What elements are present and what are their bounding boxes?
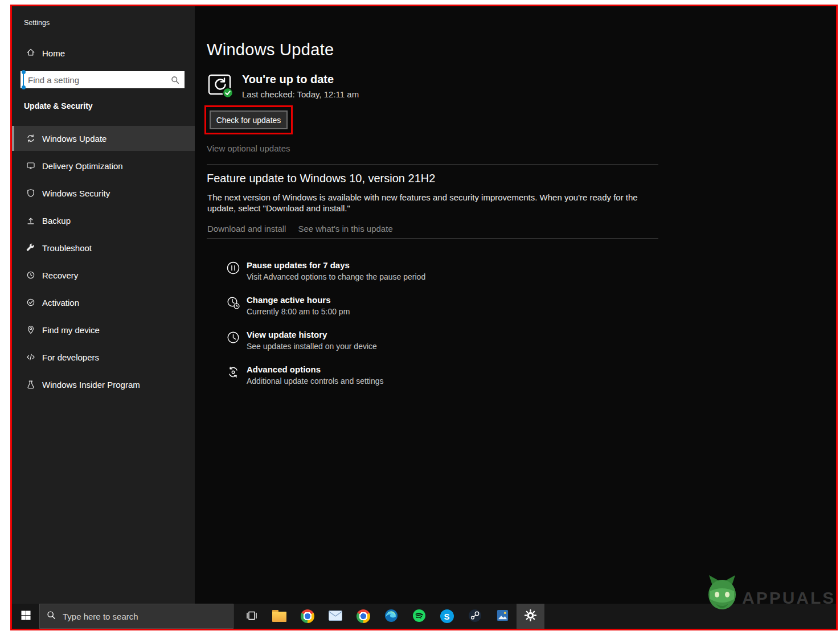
action-subtitle: Visit Advanced options to change the pau…	[247, 272, 425, 281]
settings-search-input[interactable]	[21, 75, 171, 85]
see-whats-in-this-update-link[interactable]: See what's in this update	[298, 224, 392, 234]
sidebar-item-troubleshoot[interactable]: Troubleshoot	[12, 235, 195, 260]
view-optional-updates-link[interactable]: View optional updates	[207, 144, 290, 153]
spotify-icon	[412, 609, 426, 624]
sidebar-item-label: Find my device	[42, 325, 100, 335]
sidebar-item-windows-security[interactable]: Windows Security	[12, 181, 195, 206]
sidebar-item-label: Delivery Optimization	[42, 161, 123, 171]
sidebar-item-for-developers[interactable]: For developers	[12, 345, 195, 370]
taskbar-photos-button[interactable]	[489, 604, 517, 629]
sidebar-item-find-my-device[interactable]: Find my device	[12, 317, 195, 342]
taskbar-search-input[interactable]	[62, 611, 233, 622]
advanced-options-row[interactable]: Advanced options Additional update contr…	[227, 364, 384, 386]
delivery-icon	[26, 161, 35, 170]
main-content: Windows Update You're up to date Last ch…	[195, 6, 836, 604]
action-title: Change active hours	[247, 295, 350, 305]
action-subtitle: See updates installed on your device	[247, 342, 377, 351]
sidebar-item-home[interactable]: Home	[21, 43, 191, 63]
gear-icon	[524, 609, 537, 624]
search-icon	[47, 611, 56, 622]
active-hours-icon	[227, 296, 240, 316]
sidebar-item-windows-insider-program[interactable]: Windows Insider Program	[12, 372, 195, 397]
feature-update-title: Feature update to Windows 10, version 21…	[207, 172, 435, 185]
change-active-hours-row[interactable]: Change active hours Currently 8:00 am to…	[227, 295, 350, 316]
pause-updates-row[interactable]: Pause updates for 7 days Visit Advanced …	[227, 260, 425, 281]
settings-search-box[interactable]	[21, 71, 185, 88]
sidebar-item-label: Troubleshoot	[42, 243, 92, 253]
taskbar-chrome2-button[interactable]	[349, 604, 377, 629]
sidebar-item-label: For developers	[42, 353, 99, 362]
taskbar-settings-button[interactable]	[517, 604, 544, 629]
sidebar-nav: Windows Update Delivery Optimization Win…	[12, 126, 195, 399]
taskbar-file-explorer-button[interactable]	[265, 604, 293, 629]
sidebar-item-label: Windows Security	[42, 189, 110, 198]
sidebar-item-recovery[interactable]: Recovery	[12, 263, 195, 288]
taskbar-search-box[interactable]	[39, 604, 233, 629]
skype-icon: S	[440, 609, 454, 623]
home-label: Home	[42, 48, 65, 58]
sidebar-item-label: Windows Insider Program	[42, 380, 140, 390]
pause-icon	[227, 261, 240, 281]
taskbar-edge-button[interactable]	[377, 604, 405, 629]
section-title: Update & Security	[24, 101, 93, 110]
task-view-icon	[246, 610, 257, 623]
action-subtitle: Currently 8:00 am to 5:00 pm	[247, 307, 350, 316]
sidebar-item-label: Backup	[42, 216, 71, 226]
window-inner: Settings Home Update & Security Windows …	[12, 6, 836, 629]
mail-icon	[329, 611, 342, 622]
chrome-icon	[357, 609, 370, 623]
sidebar-item-label: Windows Update	[42, 134, 106, 144]
taskbar-chrome-button[interactable]	[293, 604, 321, 629]
sidebar-item-label: Activation	[42, 298, 79, 308]
status-subtitle: Last checked: Today, 12:11 am	[242, 89, 359, 99]
sidebar-item-backup[interactable]: Backup	[12, 208, 195, 233]
edge-icon	[384, 609, 398, 624]
history-clock-icon	[26, 271, 35, 280]
home-icon	[26, 47, 36, 59]
wrench-icon	[26, 243, 35, 252]
taskbar-steam-button[interactable]	[461, 604, 489, 629]
start-button[interactable]	[12, 604, 39, 629]
feature-update-description: The next version of Windows is available…	[207, 192, 660, 214]
taskbar-skype-button[interactable]: S	[433, 604, 461, 629]
search-icon	[171, 76, 179, 84]
taskbar: S	[12, 604, 836, 629]
page-title: Windows Update	[207, 40, 334, 59]
action-title: Pause updates for 7 days	[247, 260, 425, 270]
flask-icon	[26, 380, 35, 389]
task-view-button[interactable]	[238, 604, 265, 629]
sidebar-item-activation[interactable]: Activation	[12, 290, 195, 315]
annotation-highlight-box: Check for updates	[204, 105, 293, 134]
window-title: Settings	[24, 19, 50, 27]
taskbar-mail-button[interactable]	[321, 604, 349, 629]
feature-update-links: Download and install See what's in this …	[207, 224, 393, 234]
action-subtitle: Additional update controls and settings	[247, 376, 384, 386]
action-title: View update history	[247, 330, 377, 339]
upload-icon	[26, 216, 35, 225]
text-cursor	[23, 73, 24, 86]
settings-window: Settings Home Update & Security Windows …	[10, 5, 838, 630]
sidebar-item-delivery-optimization[interactable]: Delivery Optimization	[12, 153, 195, 178]
sidebar: Settings Home Update & Security Windows …	[12, 6, 195, 604]
location-pin-icon	[26, 325, 35, 334]
sync-icon	[26, 134, 35, 143]
download-and-install-link[interactable]: Download and install	[207, 224, 286, 234]
status-title: You're up to date	[242, 73, 359, 86]
update-history-icon	[227, 331, 240, 351]
advanced-options-icon	[227, 366, 240, 386]
steam-icon	[468, 609, 482, 624]
check-for-updates-button[interactable]: Check for updates	[210, 110, 288, 129]
view-update-history-row[interactable]: View update history See updates installe…	[227, 330, 377, 351]
taskbar-spotify-button[interactable]	[405, 604, 433, 629]
chrome-icon	[301, 609, 314, 623]
file-explorer-icon	[272, 612, 286, 622]
check-circle-icon	[26, 298, 35, 307]
divider	[207, 238, 658, 239]
photos-icon	[496, 609, 509, 624]
sidebar-item-label: Recovery	[42, 271, 78, 280]
update-status-icon	[207, 72, 233, 101]
code-icon	[26, 353, 35, 362]
sidebar-item-windows-update[interactable]: Windows Update	[12, 126, 195, 151]
action-title: Advanced options	[247, 364, 384, 374]
shield-icon	[26, 189, 35, 198]
